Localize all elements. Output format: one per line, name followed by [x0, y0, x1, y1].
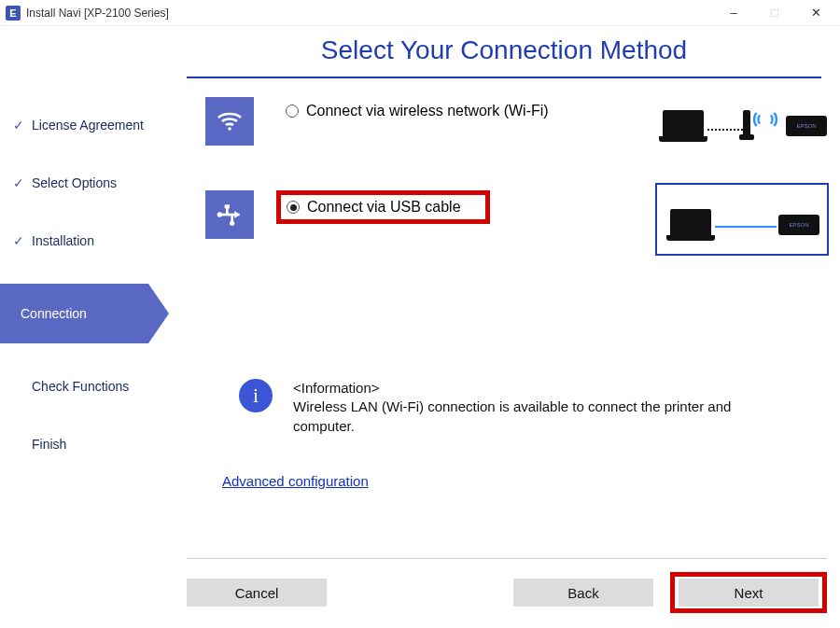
advanced-configuration-link[interactable]: Advanced configuration	[222, 473, 369, 489]
title-bar: E Install Navi [XP-2100 Series] – □ ✕	[0, 0, 840, 26]
step-label: License Agreement	[32, 118, 144, 133]
check-icon: ✓	[13, 118, 26, 133]
usb-icon	[205, 190, 254, 239]
close-button[interactable]: ✕	[795, 0, 836, 26]
router-icon	[743, 110, 750, 140]
back-button[interactable]: Back	[513, 579, 653, 607]
radio-selected-icon[interactable]	[287, 201, 300, 214]
step-finish: Finish	[0, 429, 168, 459]
cancel-button[interactable]: Cancel	[187, 579, 327, 607]
next-button[interactable]: Next	[679, 579, 819, 607]
page-title: Select Your Connection Method	[187, 26, 821, 77]
printer-icon: EPSON	[778, 215, 819, 235]
footer-button-bar: Cancel Back Next	[187, 558, 827, 613]
step-installation: ✓ Installation	[0, 226, 168, 256]
laptop-icon	[659, 110, 707, 144]
step-label: Finish	[32, 437, 66, 452]
check-icon: ✓	[13, 233, 26, 248]
svg-rect-4	[225, 204, 230, 208]
option-wifi[interactable]: Connect via wireless network (Wi-Fi)	[276, 97, 558, 125]
wifi-icon	[205, 97, 254, 146]
step-connection: Connection	[0, 284, 168, 343]
wizard-steps-sidebar: ✓ License Agreement ✓ Select Options ✓ I…	[0, 78, 168, 601]
step-label: Check Functions	[32, 379, 129, 394]
minimize-button[interactable]: –	[713, 0, 754, 26]
option-wifi-label: Connect via wireless network (Wi-Fi)	[306, 103, 549, 119]
check-icon: ✓	[13, 175, 26, 190]
content-pane: Connect via wireless network (Wi-Fi) Con…	[168, 78, 840, 601]
info-heading: <Information>	[293, 379, 790, 398]
information-panel: i <Information> Wireless LAN (Wi-Fi) con…	[205, 379, 827, 436]
svg-point-0	[228, 127, 231, 130]
usb-cable-line	[715, 226, 777, 228]
step-check-functions: Check Functions	[0, 371, 168, 401]
step-license-agreement: ✓ License Agreement	[0, 110, 168, 140]
step-label: Installation	[32, 233, 94, 248]
radio-unselected-icon[interactable]	[286, 105, 299, 118]
window-title: Install Navi [XP-2100 Series]	[26, 7, 169, 20]
step-select-options: ✓ Select Options	[0, 168, 168, 198]
option-usb-label: Connect via USB cable	[307, 199, 461, 216]
window-controls: – □ ✕	[713, 0, 836, 26]
next-button-highlight: Next	[670, 572, 827, 613]
illustration-usb: EPSON	[655, 183, 829, 256]
connection-dots	[707, 129, 743, 131]
svg-point-6	[230, 221, 234, 226]
printer-icon: EPSON	[786, 116, 827, 136]
illustration-wifi: EPSON	[655, 82, 829, 149]
info-icon: i	[239, 379, 273, 412]
info-body: Wireless LAN (Wi-Fi) connection is avail…	[293, 398, 790, 436]
step-label: Select Options	[32, 175, 117, 190]
step-label: Connection	[21, 306, 87, 321]
signal-waves-icon	[752, 106, 778, 133]
option-usb[interactable]: Connect via USB cable	[276, 190, 490, 224]
maximize-button: □	[754, 0, 795, 26]
laptop-icon	[666, 209, 715, 243]
app-icon: E	[6, 6, 21, 21]
